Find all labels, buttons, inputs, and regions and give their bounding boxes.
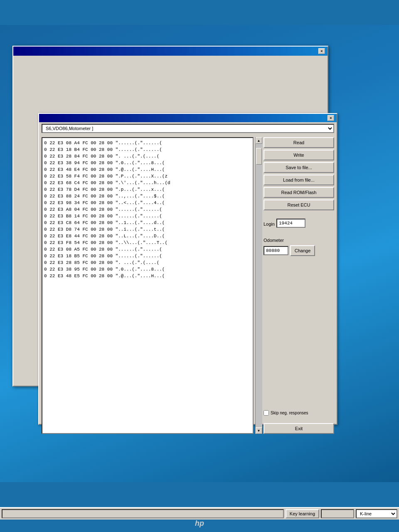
hex-line: 0 22 E3 08 A4 FC 00 28 00 "......(."....… [44, 140, 251, 146]
hex-line: 0 22 E3 38 95 FC 00 28 00 ".0...(."....8… [44, 266, 251, 273]
title-bar-buttons: × [318, 48, 325, 54]
save-to-file-button[interactable]: Save to file... [264, 162, 334, 173]
hex-panel[interactable]: 0 22 E3 08 A4 FC 00 28 00 "......(."....… [42, 137, 254, 434]
right-panel-inner: Read Write Save to file... Load from fil… [264, 137, 334, 434]
hex-line: 0 22 E3 28 85 FC 00 28 00 ". ...(.".(...… [44, 259, 251, 266]
inner-dialog: × S6,VDO86,Motometer ] 0 22 E3 08 A4 FC … [38, 113, 337, 425]
hex-line: 0 22 E3 28 84 FC 00 28 00 ". ...(.".(...… [44, 153, 251, 160]
skip-neg-checkbox[interactable] [264, 410, 269, 416]
inner-content: 0 22 E3 08 A4 FC 00 28 00 "......(."....… [39, 135, 337, 436]
key-learning-button[interactable]: Key learning [286, 509, 319, 518]
hex-line: 0 22 E3 38 94 FC 00 28 00 ".0...(."....8… [44, 160, 251, 166]
change-button[interactable]: Change [290, 245, 315, 256]
hex-line: 0 22 E3 B8 14 FC 00 28 00 "......(."....… [44, 213, 251, 219]
hex-line: 0 22 E3 E8 44 FC 00 28 00 "..L...(."....… [44, 233, 251, 239]
hex-line: 0 22 E3 F8 54 FC 00 28 00 "..\\...(."...… [44, 239, 251, 246]
skip-neg-row: Skip neg. responses [264, 407, 334, 416]
reset-ecu-button[interactable]: Reset ECU [264, 200, 334, 210]
scroll-up-button[interactable]: ▲ [256, 137, 262, 144]
odometer-input[interactable] [264, 246, 288, 255]
close-button-inner[interactable]: × [328, 115, 334, 121]
read-button[interactable]: Read [264, 137, 334, 148]
hex-line: 0 22 E3 A8 04 FC 00 28 00 "......(."....… [44, 206, 251, 213]
hex-line: 0 22 E3 58 F4 FC 00 28 00 ".P...(."....X… [44, 173, 251, 180]
read-rom-flash-button[interactable]: Read ROM/Flash [264, 187, 334, 198]
hex-line: 0 22 E3 18 B4 FC 00 28 00 "......(."....… [44, 146, 251, 153]
hex-line: 0 22 E3 78 D4 FC 00 28 00 ".p...(."....x… [44, 186, 251, 193]
skip-neg-label: Skip neg. responses [271, 411, 308, 415]
login-label: Login [264, 222, 275, 227]
exit-button[interactable]: Exit [264, 423, 334, 434]
hex-line: 0 22 E3 D8 74 FC 00 28 00 "..i...(."....… [44, 226, 251, 233]
spacer3 [264, 259, 334, 405]
status-field-2 [321, 509, 354, 518]
hex-line: 0 22 E3 98 34 FC 00 28 00 "..<...(."....… [44, 200, 251, 206]
hex-line: 0 22 E3 08 A5 FC 00 28 00 "......(."....… [44, 246, 251, 253]
spacer1 [264, 212, 334, 216]
login-row: Login [264, 219, 334, 228]
device-select[interactable]: S6,VDO86,Motometer ] [42, 124, 334, 133]
scroll-thumb[interactable] [256, 148, 262, 165]
hex-scrollbar: ▲ ▼ [255, 137, 262, 434]
main-window: × × S6,VDO86,Motometer ] 0 22 E3 08 A4 F… [12, 46, 328, 387]
right-panel: Read Write Save to file... Load from fil… [262, 135, 337, 436]
hex-line: 0 22 E3 48 E5 FC 00 28 00 ".@...(."....H… [44, 273, 251, 279]
hex-line: 0 22 E3 68 C4 FC 00 28 00 ".\'...(."....… [44, 180, 251, 186]
protocol-select[interactable]: K-line [356, 509, 397, 518]
load-from-file-button[interactable]: Load from file... [264, 175, 334, 185]
scroll-track [256, 144, 262, 427]
odometer-row: Change [264, 245, 334, 256]
odometer-label: Odometer [264, 238, 334, 243]
hex-line: 0 22 E3 48 E4 FC 00 28 00 ".@...(."....H… [44, 166, 251, 173]
hp-logo: hp [195, 519, 204, 528]
spacer4 [264, 417, 334, 421]
scroll-down-button[interactable]: ▼ [256, 427, 262, 434]
main-title-bar: × [13, 47, 328, 56]
hex-area-wrapper: 0 22 E3 08 A4 FC 00 28 00 "......(."....… [39, 135, 262, 436]
hex-line: 0 22 E3 18 B5 FC 00 28 00 "......(."....… [44, 253, 251, 259]
hex-line: 0 22 E3 C8 64 FC 00 28 00 "..1...(."....… [44, 219, 251, 226]
status-field-1 [2, 509, 284, 518]
inner-title-bar: × [39, 114, 337, 122]
close-button-outer[interactable]: × [318, 48, 325, 54]
spacer2 [264, 230, 334, 234]
taskbar: Key learning K-line [0, 507, 399, 520]
dropdown-row: S6,VDO86,Motometer ] [39, 122, 337, 135]
login-input[interactable] [276, 219, 305, 228]
write-button[interactable]: Write [264, 150, 334, 160]
hex-line: 0 22 E3 88 24 FC 00 28 00 "..,...(."....… [44, 193, 251, 200]
